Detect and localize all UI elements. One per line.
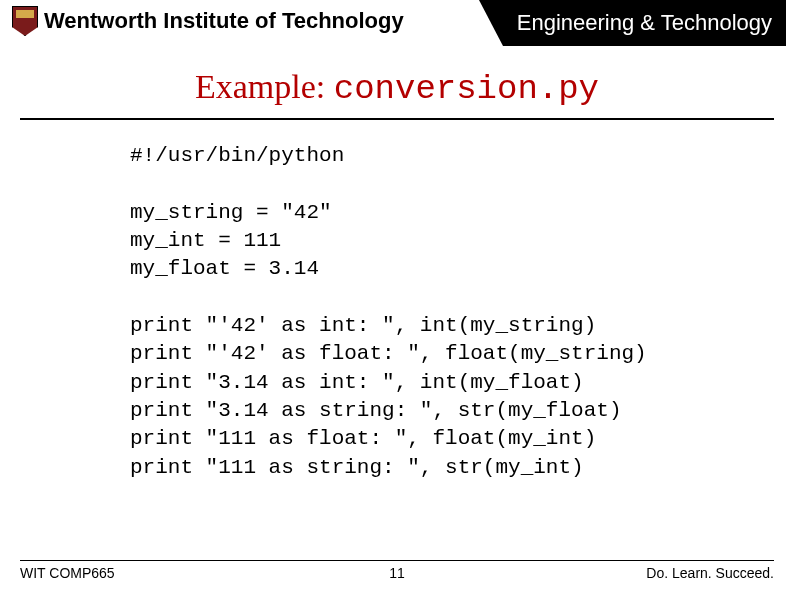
- department-label: Engineering & Technology: [503, 0, 786, 46]
- title-filename: conversion.py: [334, 70, 599, 108]
- title-prefix: Example:: [195, 68, 334, 105]
- institution-name: Wentworth Institute of Technology: [44, 8, 404, 34]
- footer-course: WIT COMP665: [20, 565, 115, 581]
- code-block: #!/usr/bin/python my_string = "42" my_in…: [130, 142, 794, 482]
- crest-icon: [12, 6, 38, 36]
- slide-title: Example: conversion.py: [20, 68, 774, 120]
- slide-footer: WIT COMP665 11 Do. Learn. Succeed.: [20, 560, 774, 581]
- footer-motto: Do. Learn. Succeed.: [646, 565, 774, 581]
- header-left: Wentworth Institute of Technology: [12, 6, 404, 36]
- slide-header: Wentworth Institute of Technology Engine…: [0, 0, 794, 46]
